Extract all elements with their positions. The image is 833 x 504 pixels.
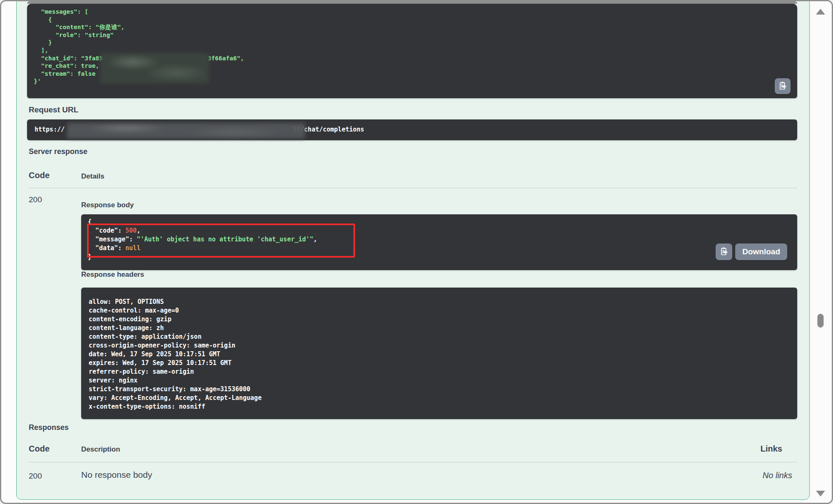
- column-description: Description: [81, 445, 120, 454]
- header-line: referrer-policy: same-origin: [89, 367, 790, 376]
- code-line: {: [34, 16, 791, 24]
- table-divider: [29, 188, 797, 188]
- scrollbar-thumb[interactable]: [817, 314, 823, 328]
- code-line: "messages": [: [34, 8, 791, 16]
- status-code: 200: [29, 195, 42, 204]
- column-code-responses: Code: [29, 444, 50, 454]
- header-line: cross-origin-opener-policy: same-origin: [89, 341, 790, 350]
- column-links: Links: [761, 444, 782, 454]
- response-body-label: Response body: [81, 201, 134, 209]
- column-code: Code: [29, 171, 50, 180]
- copy-response-button[interactable]: [716, 243, 732, 260]
- request-url-label: Request URL: [29, 105, 78, 114]
- browser-window: "messages": [ { "content": "你是谁", "role"…: [0, 0, 833, 504]
- code-line: "chat_id": "3fa853f66afa6",: [34, 55, 791, 62]
- response-body-entries: "code": 500, "message": "'Auth' object h…: [88, 226, 791, 253]
- vertical-scrollbar[interactable]: [811, 2, 830, 502]
- header-line: server: nginx: [89, 376, 790, 385]
- response-header-lines: allow: POST, OPTIONScache-control: max-a…: [89, 298, 790, 411]
- header-line: content-encoding: gzip: [89, 315, 790, 324]
- json-entry: "data": null: [88, 244, 791, 253]
- responses-label: Responses: [29, 423, 69, 432]
- request-url-block: https://34/chat/completions: [27, 119, 797, 140]
- column-details: Details: [81, 172, 104, 181]
- response-headers-label: Response headers: [81, 271, 144, 279]
- header-line: content-language: zh: [89, 324, 790, 333]
- redaction-blur: [103, 56, 208, 62]
- url-redaction-blur: [65, 127, 298, 133]
- header-line: expires: Wed, 17 Sep 2025 10:17:51 GMT: [89, 359, 790, 367]
- download-button[interactable]: Download: [735, 243, 787, 260]
- scroll-up-icon[interactable]: [816, 9, 825, 15]
- responses-row-code: 200: [29, 472, 42, 481]
- responses-row-description: No response body: [81, 470, 152, 480]
- copy-request-button[interactable]: [775, 78, 791, 94]
- server-response-label: Server response: [29, 147, 87, 156]
- clipboard-copy-icon: [719, 247, 729, 257]
- json-entry: "message": "'Auth' object has no attribu…: [88, 235, 791, 244]
- request-url-text: https://34/chat/completions: [35, 126, 790, 133]
- table-divider-responses: [29, 462, 797, 462]
- header-line: date: Wed, 17 Sep 2025 10:17:51 GMT: [89, 350, 790, 359]
- header-line: x-content-type-options: nosniff: [89, 402, 790, 411]
- json-open-brace: {: [88, 218, 791, 226]
- swagger-operation-screen: "messages": [ { "content": "你是谁", "role"…: [0, 0, 833, 504]
- clipboard-copy-icon: [778, 81, 787, 92]
- header-line: cache-control: max-age=0: [89, 306, 790, 315]
- header-line: content-type: application/json: [89, 333, 790, 341]
- code-line: "content": "你是谁",: [34, 23, 791, 31]
- scroll-down-icon[interactable]: [816, 491, 825, 497]
- code-line: }: [34, 39, 791, 47]
- response-body-block: { "code": 500, "message": "'Auth' object…: [81, 214, 797, 270]
- header-line: allow: POST, OPTIONS: [89, 298, 790, 306]
- header-line: vary: Accept-Encoding, Accept, Accept-La…: [89, 394, 790, 402]
- header-line: strict-transport-security: max-age=31536…: [89, 385, 790, 394]
- code-line: "role": "string": [34, 31, 791, 39]
- json-entry: "code": 500,: [88, 226, 791, 235]
- request-body-lines: "messages": [ { "content": "你是谁", "role"…: [34, 8, 791, 85]
- responses-row-links: No links: [763, 471, 792, 480]
- json-close-brace: }: [88, 253, 791, 261]
- response-headers-block: allow: POST, OPTIONScache-control: max-a…: [81, 288, 797, 419]
- request-body-code-block: "messages": [ { "content": "你是谁", "role"…: [27, 4, 797, 98]
